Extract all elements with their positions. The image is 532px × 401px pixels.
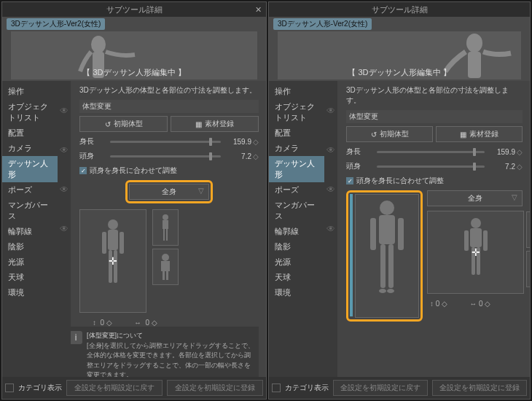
sidebar-item-selected[interactable]: デッサン人形: [269, 156, 324, 182]
heads-label: 頭身: [346, 161, 371, 171]
svg-rect-21: [398, 218, 404, 250]
auto-heads-checkbox[interactable]: ✓ 頭身を身長に合わせて調整: [79, 166, 259, 176]
sidebar-item[interactable]: オブジェクトリスト: [269, 99, 324, 125]
h-adjust[interactable]: ↕ 0 ◇: [93, 319, 112, 327]
sidebar-item[interactable]: 天球: [269, 270, 324, 285]
header: 3Dデッサン人形-Ver2(女性) 【 3Dデッサン人形編集中 】: [2, 17, 266, 81]
height-label: 身長: [79, 136, 104, 147]
sidebar-item[interactable]: カメラ: [2, 141, 58, 156]
window-title: サブツール詳細: [106, 4, 163, 15]
preview-area: 【 3Dデッサン人形編集中 】: [278, 31, 521, 79]
reset-body-button[interactable]: ↺初期体型: [346, 126, 433, 142]
eye-icon[interactable]: 👁: [60, 184, 69, 195]
sidebar-item[interactable]: マンガパース: [2, 198, 58, 224]
sidebar-item[interactable]: 操作: [269, 84, 324, 99]
sidebar-item[interactable]: カメラ: [269, 141, 324, 156]
eye-icon[interactable]: 👁: [326, 145, 335, 155]
sidebar-item[interactable]: マンガパース: [269, 198, 324, 224]
register-material-button[interactable]: ▦素材登録: [436, 126, 523, 142]
sidebar-item[interactable]: 光源: [2, 254, 58, 270]
sidebar-item[interactable]: 天球: [2, 270, 58, 285]
heads-label: 頭身: [79, 151, 104, 161]
visibility-strip: 👁 👁 👁 👁: [324, 81, 337, 377]
body-thumb[interactable]: [152, 209, 179, 246]
sidebar-item[interactable]: 陰影: [269, 239, 324, 254]
svg-rect-14: [163, 271, 165, 280]
grid-icon: ▦: [460, 131, 466, 139]
sidebar-item[interactable]: 配置: [269, 125, 324, 141]
sidebar-item[interactable]: 環境: [2, 285, 58, 300]
body-thumb[interactable]: [526, 211, 530, 248]
svg-point-8: [163, 214, 168, 220]
sidebar-item[interactable]: 光源: [269, 254, 324, 270]
sidebar-item[interactable]: 輪郭線: [269, 224, 324, 239]
reset-icon: ↺: [105, 120, 111, 128]
h-adjust[interactable]: ↕ 0 ◇: [430, 300, 447, 308]
sidebar-item[interactable]: ポーズ: [2, 182, 58, 198]
heads-slider[interactable]: [377, 166, 485, 168]
eye-icon[interactable]: 👁: [60, 106, 69, 116]
reset-all-button[interactable]: 全設定を初期設定に戻す: [333, 380, 428, 396]
visibility-strip: 👁 👁 👁 👁: [58, 81, 71, 377]
sidebar-item[interactable]: ポーズ: [269, 182, 324, 198]
check-icon: ✓: [79, 167, 87, 174]
body-figure-secondary[interactable]: ✛: [427, 211, 524, 294]
model-tag: 3Dデッサン人形-Ver2(女性): [7, 18, 105, 30]
height-slider[interactable]: [377, 151, 485, 153]
body-thumb[interactable]: [152, 249, 179, 285]
heads-slider[interactable]: [110, 155, 221, 157]
sidebar-item[interactable]: 操作: [2, 84, 58, 99]
body-part-dropdown[interactable]: 全身: [427, 190, 523, 206]
window-titlebar: サブツール詳細 ✕: [2, 2, 266, 17]
auto-heads-checkbox[interactable]: ✓ 頭身を身長に合わせて調整: [346, 176, 523, 186]
eye-icon[interactable]: 👁: [326, 184, 335, 195]
eye-icon[interactable]: 👁: [60, 224, 69, 234]
height-value: 159.9◇: [490, 148, 523, 156]
svg-point-18: [380, 200, 394, 215]
category-view-checkbox[interactable]: [5, 384, 14, 392]
svg-rect-5: [120, 232, 124, 254]
eye-icon[interactable]: 👁: [326, 224, 335, 234]
sidebar-item[interactable]: 陰影: [2, 239, 58, 254]
category-view-label: カテゴリ表示: [18, 383, 62, 393]
category-view-checkbox[interactable]: [272, 384, 281, 392]
body-thumb[interactable]: [526, 251, 530, 287]
sidebar-item[interactable]: 環境: [269, 285, 324, 300]
v-adjust[interactable]: ↔ 0 ◇: [134, 319, 157, 327]
svg-rect-28: [464, 230, 469, 251]
eye-icon[interactable]: 👁: [326, 106, 335, 116]
banner-text: 【 3Dデッサン人形編集中 】: [348, 67, 450, 78]
highlight-box: 全身: [125, 180, 213, 203]
save-all-button[interactable]: 全設定を初期設定に登録: [167, 380, 263, 396]
svg-point-12: [162, 254, 169, 261]
v-adjust[interactable]: ↔ 0 ◇: [469, 300, 490, 308]
preview-area: 【 3Dデッサン人形編集中 】: [11, 31, 257, 79]
grid-icon: ▦: [195, 120, 202, 128]
info-title: [体型変更]について: [87, 331, 254, 341]
height-slider[interactable]: [110, 141, 221, 143]
eye-icon[interactable]: 👁: [60, 145, 69, 155]
reset-body-button[interactable]: ↺初期体型: [79, 116, 168, 132]
check-icon: ✓: [346, 177, 353, 184]
close-icon[interactable]: ✕: [255, 5, 262, 15]
sidebar-item[interactable]: 配置: [2, 125, 58, 141]
svg-rect-10: [163, 229, 165, 241]
info-body: [全身]を選択してから調整エリアをドラッグすることで、全体的な体格を変更できます…: [87, 341, 254, 378]
header: 3Dデッサン人形-Ver2(女性) 【 3Dデッサン人形編集中 】: [269, 17, 530, 81]
body-part-dropdown[interactable]: 全身: [129, 184, 209, 200]
section-label: 体型変更: [346, 110, 523, 123]
save-all-button[interactable]: 全設定を初期設定に登録: [432, 380, 527, 396]
body-figure-main[interactable]: [355, 194, 419, 318]
svg-point-16: [466, 34, 482, 52]
sidebar-item[interactable]: オブジェクトリスト: [2, 99, 58, 125]
svg-rect-22: [380, 244, 386, 288]
reset-all-button[interactable]: 全設定を初期設定に戻す: [66, 380, 163, 396]
svg-rect-11: [166, 229, 168, 241]
sidebar-item[interactable]: 輪郭線: [2, 224, 58, 239]
sidebar-item-selected[interactable]: デッサン人形: [2, 156, 58, 182]
body-figure-main[interactable]: ✛: [79, 209, 146, 313]
register-material-button[interactable]: ▦素材登録: [171, 116, 259, 132]
window-title: サブツール詳細: [372, 4, 428, 15]
footer: カテゴリ表示 全設定を初期設定に戻す 全設定を初期設定に登録: [269, 377, 530, 399]
svg-rect-20: [370, 218, 376, 250]
